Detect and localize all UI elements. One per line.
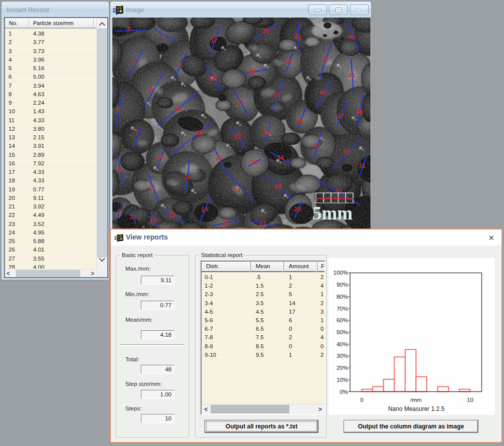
svg-text:43: 43 (349, 34, 356, 41)
svg-text:0%: 0% (340, 389, 348, 395)
svg-text:/mm: /mm (410, 397, 421, 403)
svg-text:13: 13 (149, 217, 156, 225)
svg-text:46: 46 (319, 89, 326, 96)
svg-text:19: 19 (209, 75, 216, 82)
svg-text:10: 10 (467, 397, 473, 403)
svg-text:100%: 100% (333, 270, 348, 276)
svg-text:41: 41 (285, 59, 292, 66)
svg-text:23: 23 (216, 155, 223, 162)
svg-text:1: 1 (127, 26, 131, 33)
svg-text:32: 32 (343, 149, 350, 156)
svg-text:33: 33 (313, 142, 320, 149)
svg-text:22: 22 (234, 133, 241, 140)
svg-text:36: 36 (262, 28, 269, 35)
svg-text:30%: 30% (337, 353, 348, 359)
svg-text:70%: 70% (337, 306, 348, 312)
svg-text:28: 28 (275, 183, 282, 190)
svg-text:17: 17 (211, 37, 218, 44)
svg-text:27: 27 (259, 220, 266, 227)
svg-text:25: 25 (234, 186, 241, 193)
svg-text:44: 44 (348, 72, 355, 79)
svg-text:20: 20 (196, 129, 203, 136)
svg-text:5mm: 5mm (312, 203, 353, 224)
svg-text:7: 7 (135, 128, 139, 135)
svg-text:47: 47 (337, 113, 344, 120)
svg-text:60%: 60% (337, 317, 348, 323)
svg-text:34: 34 (277, 154, 284, 161)
svg-text:42: 42 (321, 57, 328, 64)
svg-text:26: 26 (222, 219, 229, 227)
svg-text:Nano Measurer 1.2.5: Nano Measurer 1.2.5 (388, 405, 445, 412)
svg-text:14: 14 (201, 206, 208, 213)
svg-text:5: 5 (150, 86, 153, 93)
svg-text:10%: 10% (337, 377, 348, 383)
svg-text:31: 31 (359, 162, 366, 169)
svg-text:6: 6 (117, 106, 120, 113)
svg-text:8: 8 (118, 167, 122, 174)
svg-text:50%: 50% (337, 329, 348, 335)
svg-text:37: 37 (274, 91, 281, 98)
svg-text:10: 10 (129, 213, 136, 220)
svg-text:0: 0 (360, 397, 363, 403)
svg-text:12: 12 (169, 211, 176, 218)
svg-text:39: 39 (248, 68, 255, 75)
svg-text:35: 35 (250, 159, 257, 166)
svg-text:15: 15 (157, 154, 164, 161)
svg-text:38: 38 (263, 129, 270, 136)
svg-text:48: 48 (356, 109, 363, 116)
svg-text:29: 29 (294, 206, 301, 213)
svg-text:21: 21 (237, 99, 244, 106)
svg-text:24: 24 (184, 174, 191, 181)
svg-text:40: 40 (294, 34, 301, 41)
svg-text:80%: 80% (337, 294, 348, 300)
svg-text:2: 2 (163, 32, 166, 39)
svg-text:9: 9 (117, 208, 121, 215)
svg-text:3: 3 (179, 61, 183, 68)
svg-text:45: 45 (296, 118, 303, 125)
svg-text:40%: 40% (337, 341, 348, 347)
svg-text:4: 4 (133, 59, 136, 66)
svg-text:18: 18 (174, 106, 181, 113)
svg-text:11: 11 (149, 184, 156, 191)
svg-text:90%: 90% (337, 282, 348, 288)
svg-text:20%: 20% (337, 365, 348, 371)
